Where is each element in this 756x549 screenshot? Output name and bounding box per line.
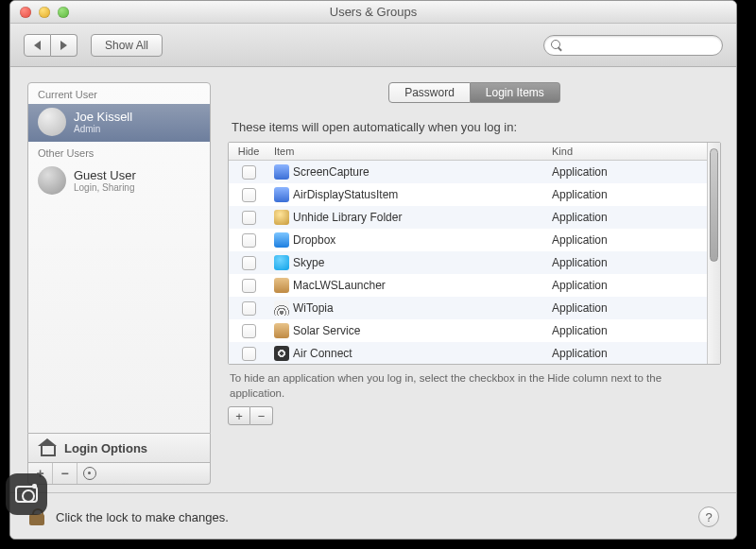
- scroll-thumb[interactable]: [710, 148, 718, 262]
- main-panel: Password Login Items These items will op…: [228, 82, 721, 485]
- help-button[interactable]: ?: [698, 506, 719, 527]
- hide-checkbox[interactable]: [242, 324, 256, 338]
- item-kind: Application: [546, 276, 707, 295]
- table-row[interactable]: AirDisplayStatusItemApplication: [229, 183, 707, 206]
- footer: Click the lock to make changes. ?: [10, 492, 736, 539]
- item-kind: Application: [546, 253, 707, 272]
- lock-text: Click the lock to make changes.: [56, 510, 229, 524]
- login-options-row[interactable]: Login Options: [27, 434, 211, 463]
- hide-checkbox[interactable]: [242, 233, 256, 248]
- search-field[interactable]: [543, 35, 723, 56]
- item-name: Dropbox: [293, 233, 335, 247]
- titlebar: Users & Groups: [10, 1, 736, 24]
- chevron-left-icon: [34, 41, 41, 50]
- remove-user-button[interactable]: −: [53, 463, 77, 484]
- current-user-header: Current User: [28, 83, 210, 104]
- table-header: Hide Item Kind: [229, 143, 707, 161]
- add-remove-items: + −: [228, 406, 721, 425]
- sidebar-user-guest[interactable]: Guest User Login, Sharing: [28, 163, 210, 200]
- tab-login-items[interactable]: Login Items: [471, 82, 560, 103]
- table-row[interactable]: MacLWSLauncherApplication: [229, 274, 707, 297]
- hide-checkbox[interactable]: [242, 165, 256, 180]
- add-item-button[interactable]: +: [228, 406, 250, 425]
- home-icon: [38, 439, 57, 456]
- item-name: AirDisplayStatusItem: [293, 188, 398, 201]
- col-item[interactable]: Item: [268, 143, 546, 160]
- tabs: Password Login Items: [388, 82, 560, 103]
- chevron-right-icon: [60, 41, 67, 50]
- item-name: WiTopia: [293, 301, 334, 315]
- item-name: Skype: [293, 256, 324, 269]
- app-icon: [274, 187, 289, 202]
- item-name: ScreenCapture: [293, 165, 369, 179]
- hide-checkbox[interactable]: [242, 301, 256, 316]
- item-kind: Application: [546, 185, 707, 204]
- search-icon: [550, 39, 563, 52]
- other-users-header: Other Users: [28, 142, 210, 163]
- table-row[interactable]: SkypeApplication: [229, 251, 707, 274]
- item-kind: Application: [546, 344, 707, 363]
- hide-checkbox[interactable]: [242, 211, 256, 225]
- content-body: Current User Joe Kissell Admin Other Use…: [10, 67, 736, 492]
- user-actions-button[interactable]: [77, 463, 102, 484]
- hide-checkbox[interactable]: [242, 347, 256, 361]
- app-icon: [274, 232, 289, 248]
- table-row[interactable]: WiTopiaApplication: [229, 297, 707, 319]
- traffic-lights: [20, 7, 69, 18]
- user-list: Current User Joe Kissell Admin Other Use…: [27, 82, 211, 434]
- app-icon: [274, 300, 289, 316]
- tab-password[interactable]: Password: [388, 82, 471, 103]
- forward-button[interactable]: [51, 34, 77, 57]
- nav-back-forward: [24, 34, 77, 57]
- sidebar-user-current[interactable]: Joe Kissell Admin: [28, 104, 210, 142]
- app-icon: [274, 346, 289, 361]
- gear-icon: [83, 467, 96, 480]
- hide-checkbox[interactable]: [242, 188, 256, 202]
- minimize-window-button[interactable]: [39, 7, 50, 18]
- item-kind: Application: [546, 163, 707, 181]
- prefs-window: Users & Groups Show All Current User Joe…: [9, 0, 737, 540]
- table-row[interactable]: Air ConnectApplication: [229, 342, 707, 364]
- user-name: Joe Kissell: [74, 110, 132, 124]
- vertical-scrollbar[interactable]: [707, 143, 720, 364]
- intro-text: These items will open automatically when…: [232, 120, 721, 134]
- sidebar-action-row: + −: [27, 463, 211, 485]
- close-window-button[interactable]: [20, 7, 31, 18]
- app-icon: [274, 278, 289, 293]
- table-row[interactable]: DropboxApplication: [229, 229, 707, 251]
- app-icon: [274, 164, 289, 180]
- zoom-window-button[interactable]: [58, 7, 69, 18]
- app-icon: [274, 323, 289, 338]
- table-row[interactable]: Solar ServiceApplication: [229, 319, 707, 342]
- item-name: MacLWSLauncher: [293, 279, 386, 292]
- hide-checkbox[interactable]: [242, 279, 256, 293]
- back-button[interactable]: [24, 34, 51, 57]
- item-kind: Application: [546, 299, 707, 317]
- app-icon: [274, 210, 289, 225]
- show-all-button[interactable]: Show All: [91, 34, 163, 57]
- login-options-label: Login Options: [64, 441, 147, 455]
- login-items-table: Hide Item Kind ScreenCaptureApplicationA…: [228, 142, 721, 365]
- lens-overlay-icon: [6, 473, 47, 515]
- sidebar: Current User Joe Kissell Admin Other Use…: [27, 82, 211, 485]
- item-kind: Application: [546, 208, 707, 227]
- avatar-icon: [38, 166, 66, 195]
- user-name: Guest User: [74, 168, 136, 182]
- item-name: Air Connect: [293, 347, 352, 360]
- col-hide[interactable]: Hide: [229, 143, 268, 160]
- item-kind: Application: [546, 321, 707, 340]
- hide-checkbox[interactable]: [242, 256, 256, 270]
- item-name: Solar Service: [293, 324, 360, 337]
- user-role: Admin: [74, 124, 132, 134]
- col-kind[interactable]: Kind: [546, 143, 707, 160]
- table-scroll[interactable]: Hide Item Kind ScreenCaptureApplicationA…: [229, 143, 707, 364]
- toolbar: Show All: [10, 24, 736, 67]
- hint-text: To hide an application when you log in, …: [230, 370, 719, 401]
- avatar-icon: [38, 108, 66, 136]
- remove-item-button[interactable]: −: [250, 406, 273, 425]
- table-row[interactable]: ScreenCaptureApplication: [229, 161, 707, 183]
- app-icon: [274, 255, 289, 270]
- window-title: Users & Groups: [10, 5, 736, 19]
- search-input[interactable]: [567, 39, 716, 52]
- table-row[interactable]: Unhide Library FolderApplication: [229, 206, 707, 229]
